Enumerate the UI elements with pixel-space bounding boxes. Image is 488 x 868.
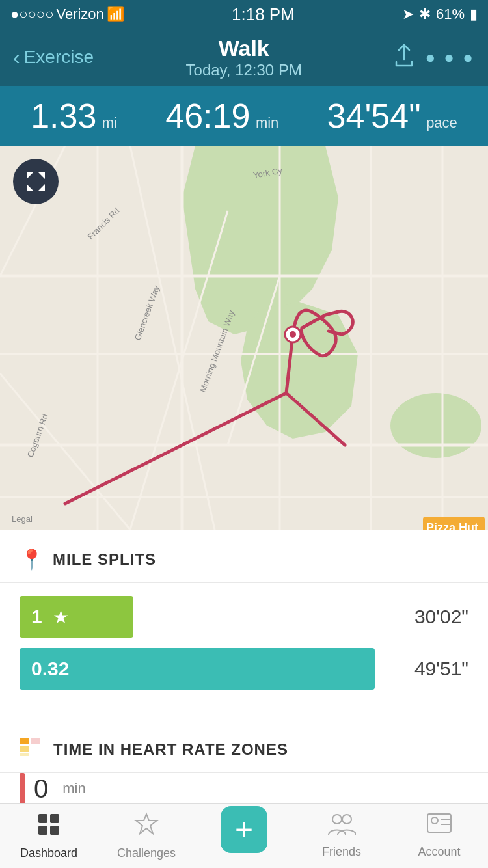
- split-bar-2: 0.32: [20, 648, 375, 690]
- map-expand-button[interactable]: [13, 159, 59, 204]
- mile-splits-title: MILE SPLITS: [53, 550, 156, 569]
- splits-container: 1 ★ 30'02" 0.32 49'51": [0, 583, 488, 713]
- distance-unit: mi: [102, 115, 117, 131]
- back-label: Exercise: [24, 47, 94, 68]
- activity-date: Today, 12:30 PM: [186, 61, 302, 79]
- status-bar: ●○○○○ Verizon 📶 1:18 PM ➤ ✱ 61% ▮: [0, 0, 488, 29]
- heart-rate-header: TIME IN HEART RATE ZONES: [0, 720, 488, 773]
- wifi-icon: 📶: [107, 6, 124, 23]
- split-row-2: 0.32 49'51": [20, 648, 468, 690]
- svg-text:Legal: Legal: [12, 514, 33, 524]
- dashboard-icon: [36, 811, 62, 843]
- signal-dots: ●○○○○: [10, 6, 53, 23]
- stat-pace: 34'54" pace: [327, 96, 457, 135]
- nav-title: Walk Today, 12:30 PM: [186, 36, 302, 79]
- challenges-label: Challenges: [117, 847, 176, 860]
- carrier-name: Verizon: [56, 6, 103, 23]
- split-row-1: 1 ★ 30'02": [20, 596, 468, 638]
- back-button[interactable]: ‹ Exercise: [13, 46, 94, 70]
- tab-friends[interactable]: Friends: [293, 813, 390, 859]
- stat-distance: 1.33 mi: [31, 96, 117, 135]
- challenges-icon: [133, 811, 159, 843]
- svg-text:Pizza Hut: Pizza Hut: [426, 521, 478, 530]
- nav-actions: ● ● ●: [394, 44, 475, 72]
- distance-value: 1.33: [31, 97, 96, 135]
- svg-rect-34: [20, 746, 29, 752]
- split-1-star: ★: [53, 606, 69, 628]
- tab-account[interactable]: Account: [390, 813, 488, 859]
- status-icons: ➤ ✱ 61% ▮: [402, 6, 478, 23]
- add-button[interactable]: +: [221, 806, 267, 853]
- dashboard-label: Dashboard: [20, 847, 77, 860]
- friends-icon: [327, 813, 356, 841]
- svg-rect-36: [31, 738, 40, 744]
- split-2-label: 0.32: [31, 658, 69, 680]
- svg-point-32: [290, 331, 296, 338]
- split-bar-1-container: 1 ★: [20, 596, 375, 638]
- svg-rect-35: [20, 753, 29, 756]
- tab-bar: Dashboard Challenges + Friends: [0, 803, 488, 868]
- split-2-time: 49'51": [390, 658, 468, 680]
- heart-rate-section: TIME IN HEART RATE ZONES 0 min: [0, 713, 488, 811]
- tab-dashboard[interactable]: Dashboard: [0, 811, 98, 860]
- tab-challenges[interactable]: Challenges: [98, 811, 195, 860]
- hr-unit: min: [62, 780, 85, 797]
- stats-bar: 1.33 mi 46:19 min 34'54" pace: [0, 86, 488, 146]
- heart-rate-title: TIME IN HEART RATE ZONES: [53, 740, 288, 759]
- svg-rect-43: [427, 814, 451, 832]
- svg-point-44: [431, 817, 438, 824]
- duration-unit: min: [256, 115, 278, 131]
- mile-splits-header: 📍 MILE SPLITS: [0, 530, 488, 583]
- account-icon: [426, 813, 452, 841]
- duration-value: 46:19: [165, 97, 250, 135]
- content: 📍 MILE SPLITS 1 ★ 30'02" 0.32 49'51": [0, 530, 488, 811]
- split-bar-1: 1 ★: [20, 596, 133, 638]
- pace-unit: pace: [426, 115, 457, 131]
- account-label: Account: [418, 845, 460, 859]
- split-bar-2-container: 0.32: [20, 648, 375, 690]
- location-icon: ➤: [402, 6, 414, 23]
- more-button[interactable]: ● ● ●: [425, 47, 475, 68]
- location-pin-icon: 📍: [20, 548, 44, 571]
- battery-level: 61%: [436, 6, 465, 23]
- stat-duration: 46:19 min: [165, 96, 278, 135]
- share-button[interactable]: [394, 44, 414, 72]
- status-time: 1:18 PM: [232, 5, 295, 25]
- hr-value: 0: [34, 774, 48, 804]
- friends-label: Friends: [322, 845, 361, 859]
- bluetooth-icon: ✱: [419, 6, 431, 23]
- hr-zone-indicator: [20, 773, 25, 804]
- tab-add[interactable]: +: [195, 806, 293, 866]
- svg-point-3: [390, 393, 481, 458]
- activity-title: Walk: [186, 36, 302, 61]
- split-1-time: 30'02": [390, 606, 468, 628]
- svg-point-42: [342, 815, 351, 824]
- svg-rect-33: [20, 738, 29, 744]
- svg-point-41: [332, 815, 342, 824]
- svg-rect-39: [38, 826, 47, 835]
- status-carrier: ●○○○○ Verizon 📶: [10, 6, 124, 23]
- battery-icon: ▮: [470, 6, 478, 23]
- pace-value: 34'54": [327, 97, 421, 135]
- svg-rect-37: [38, 814, 47, 823]
- svg-rect-40: [50, 826, 59, 835]
- split-1-label: 1: [31, 606, 42, 628]
- heart-rate-icon: [20, 738, 44, 761]
- nav-bar: ‹ Exercise Walk Today, 12:30 PM ● ● ●: [0, 29, 488, 86]
- svg-rect-38: [50, 814, 59, 823]
- back-chevron-icon: ‹: [13, 46, 20, 70]
- map-container[interactable]: Francis Rd York Cy Glencreek Way Morning…: [0, 146, 488, 530]
